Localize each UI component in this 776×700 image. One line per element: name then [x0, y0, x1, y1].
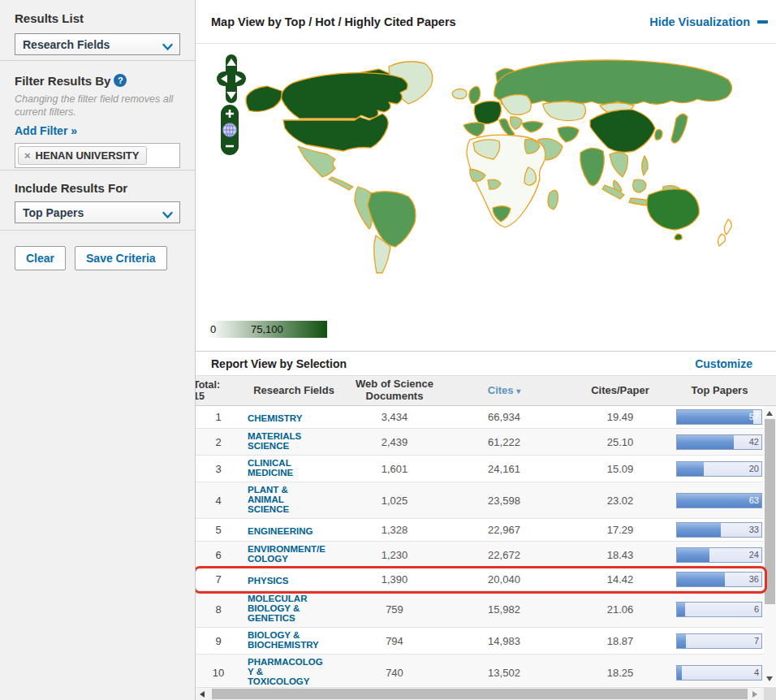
row-docs: 759	[347, 603, 442, 616]
hide-visualization-link[interactable]: Hide Visualization	[649, 15, 768, 28]
scroll-right-icon[interactable]	[752, 691, 757, 698]
map-country-usa[interactable]	[283, 114, 388, 151]
top-papers-bar[interactable]: 4	[676, 665, 762, 681]
map-country-spain[interactable]	[463, 123, 485, 136]
customize-link[interactable]: Customize	[695, 357, 752, 370]
map-pan-control[interactable]	[216, 54, 247, 104]
top-papers-bar[interactable]: 33	[676, 522, 762, 538]
map-country-eastern-europe[interactable]	[501, 95, 531, 115]
map-country-philippines[interactable]	[642, 156, 648, 175]
clear-button[interactable]: Clear	[15, 246, 66, 270]
research-field-link[interactable]: CLINICAL MEDICINE	[248, 458, 325, 477]
col-header-research-fields[interactable]: Research Fields	[241, 385, 347, 397]
vertical-scroll-thumb[interactable]	[765, 419, 775, 604]
top-papers-bar[interactable]: 36	[676, 572, 762, 587]
top-papers-bar[interactable]: 63	[676, 493, 762, 508]
map-country-alaska[interactable]	[246, 86, 282, 111]
horizontal-scrollbar[interactable]	[196, 687, 776, 700]
filter-tag[interactable]: × HENAN UNIVERSITY	[18, 146, 147, 165]
scroll-down-icon[interactable]	[766, 676, 773, 681]
top-papers-bar-value: 6	[754, 604, 759, 614]
col-header-cites[interactable]: Cites ▾	[442, 385, 566, 397]
top-papers-bar-value: 33	[749, 525, 759, 534]
total-count: Total: 15	[196, 379, 241, 403]
add-filter-link[interactable]: Add Filter »	[15, 124, 180, 137]
map-country-madagascar[interactable]	[548, 191, 558, 210]
row-cites: 61,222	[442, 436, 566, 448]
map-region-indochina[interactable]	[610, 152, 627, 177]
col-header-cites-per-paper[interactable]: Cites/Paper	[566, 385, 675, 397]
research-field-link[interactable]: PHARMACOLOGY & TOXICOLOGY	[248, 657, 325, 686]
top-papers-bar-value: 36	[749, 574, 759, 584]
top-papers-bar-value: 42	[749, 437, 759, 447]
research-field-link[interactable]: BIOLOGY & BIOCHEMISTRY	[248, 630, 325, 650]
research-field-link[interactable]: CHEMISTRY	[248, 413, 325, 423]
scroll-left-icon[interactable]	[200, 691, 205, 698]
research-field-link[interactable]: ENVIRONMENT/ECOLOGY	[248, 544, 325, 564]
results-list-dropdown[interactable]: Research Fields	[15, 33, 180, 55]
map-country-new-zealand[interactable]	[718, 219, 732, 246]
research-field-link[interactable]: MOLECULAR BIOLOGY & GENETICS	[248, 594, 325, 623]
top-papers-bar[interactable]: 7	[676, 633, 762, 649]
map-country-uk[interactable]	[469, 87, 481, 104]
table-row[interactable]: 9 BIOLOGY & BIOCHEMISTRY 794 14,983 18.8…	[196, 628, 765, 655]
scroll-up-icon[interactable]	[766, 411, 773, 416]
legend-max-label: 75,100	[251, 323, 283, 335]
row-rank: 6	[196, 549, 241, 561]
map-country-iran[interactable]	[558, 127, 579, 142]
map-country-russia[interactable]	[494, 60, 732, 105]
table-header: Total: 15 Research Fields Web of Science…	[196, 376, 776, 406]
map-island-tasmania[interactable]	[675, 234, 682, 240]
horizontal-scroll-thumb[interactable]	[212, 689, 748, 699]
col-header-wos-documents[interactable]: Web of Science Documents	[347, 378, 442, 403]
include-dropdown[interactable]: Top Papers	[15, 201, 180, 223]
table-row[interactable]: 5 ENGINEERING 1,328 22,967 17.29 33	[196, 519, 765, 542]
map-country-turkey[interactable]	[522, 122, 543, 133]
table-row[interactable]: 1 CHEMISTRY 3,434 66,934 19.49 57	[196, 406, 765, 429]
top-papers-bar[interactable]: 24	[676, 547, 762, 563]
top-papers-bar-value: 57	[749, 412, 759, 421]
map-country-western-europe[interactable]	[474, 102, 501, 124]
row-rank: 5	[196, 524, 241, 536]
top-papers-bar[interactable]: 20	[676, 461, 762, 477]
globe-icon	[223, 123, 237, 137]
table-vertical-scrollbar[interactable]	[764, 406, 776, 686]
save-criteria-button[interactable]: Save Criteria	[75, 246, 167, 270]
map-country-korea[interactable]	[655, 130, 662, 140]
table-row[interactable]: 10 PHARMACOLOGY & TOXICOLOGY 740 13,502 …	[196, 655, 765, 686]
table-row[interactable]: 4 PLANT & ANIMAL SCIENCE 1,025 23,598 23…	[196, 482, 765, 519]
row-rank: 1	[196, 411, 241, 423]
map-island-borneo[interactable]	[633, 179, 646, 192]
map-country-mexico[interactable]	[298, 146, 335, 177]
table-row[interactable]: 6 ENVIRONMENT/ECOLOGY 1,230 22,672 18.43…	[196, 542, 765, 568]
table-row[interactable]: 2 MATERIALS SCIENCE 2,439 61,222 25.10 4…	[196, 429, 765, 456]
col-header-top-papers[interactable]: Top Papers	[675, 385, 765, 397]
map-country-australia[interactable]	[647, 189, 699, 230]
map-country-kazakhstan[interactable]	[543, 102, 586, 121]
map-country-china[interactable]	[590, 110, 655, 152]
map-country-canada[interactable]	[282, 73, 407, 119]
map-country-japan[interactable]	[671, 114, 688, 143]
top-papers-bar[interactable]: 57	[676, 409, 762, 425]
results-list-dropdown-value: Research Fields	[23, 38, 110, 51]
table-row[interactable]: 3 CLINICAL MEDICINE 1,601 24,161 15.09 2…	[196, 456, 765, 482]
top-papers-bar-fill	[677, 435, 734, 449]
row-rank: 9	[196, 635, 241, 647]
research-field-link[interactable]: PHYSICS	[248, 576, 325, 585]
row-cites: 22,967	[442, 524, 566, 536]
research-field-link[interactable]: MATERIALS SCIENCE	[248, 431, 325, 451]
table-row[interactable]: 7 PHYSICS 1,390 20,040 14.42 36	[196, 568, 765, 591]
top-papers-bar[interactable]: 42	[676, 434, 762, 450]
research-field-link[interactable]: PLANT & ANIMAL SCIENCE	[248, 485, 325, 514]
map-country-india[interactable]	[580, 148, 605, 185]
top-papers-bar[interactable]: 6	[676, 602, 762, 617]
top-papers-bar-fill	[677, 603, 685, 616]
research-field-link[interactable]: ENGINEERING	[248, 526, 325, 536]
map-country-central-america[interactable]	[329, 177, 353, 190]
map-zoom-control[interactable]	[220, 104, 239, 156]
help-icon[interactable]: ?	[114, 74, 127, 87]
table-row[interactable]: 8 MOLECULAR BIOLOGY & GENETICS 759 15,98…	[196, 591, 765, 628]
remove-filter-icon[interactable]: ×	[24, 149, 31, 162]
map-country-balkans[interactable]	[511, 117, 522, 129]
map-country-iceland[interactable]	[452, 89, 467, 99]
